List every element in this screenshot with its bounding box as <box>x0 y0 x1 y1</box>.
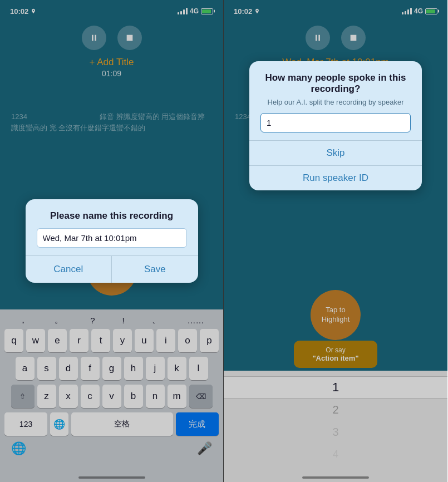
save-button-left[interactable]: Save <box>111 256 198 283</box>
right-phone-panel: 10:02 4G Wed, Mar 7th at 10:01pm <box>224 0 447 482</box>
name-recording-dialog: Please name this recording Cancel Save <box>26 199 198 283</box>
run-speaker-id-button[interactable]: Run speaker ID <box>249 165 422 190</box>
cancel-button-left[interactable]: Cancel <box>26 256 112 283</box>
recording-name-input[interactable] <box>37 228 187 248</box>
dialog-title-right: How many people spoke in this recording? <box>260 72 411 95</box>
skip-button-right[interactable]: Skip <box>249 140 422 165</box>
dialog-overlay-left: Please name this recording Cancel Save <box>0 0 223 482</box>
speaker-count-dialog: How many people spoke in this recording?… <box>249 61 422 190</box>
left-phone-panel: 10:02 4G + Add Title 01:09 <box>0 0 224 482</box>
dialog-title-left: Please name this recording <box>37 210 187 222</box>
speaker-count-input[interactable] <box>260 113 411 132</box>
dialog-actions-left: Cancel Save <box>26 255 198 283</box>
dialog-subtitle-right: Help our A.I. split the recording by spe… <box>260 98 411 106</box>
dialog-overlay-right: How many people spoke in this recording?… <box>224 0 447 482</box>
